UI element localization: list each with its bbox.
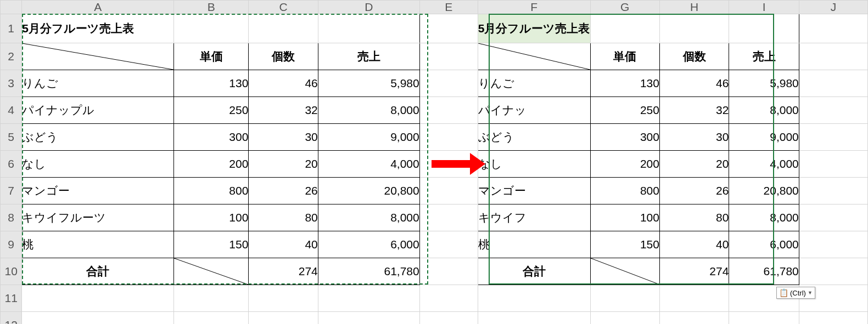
cell-D3[interactable]: 5,980 [318,70,419,97]
col-header-C[interactable]: C [249,1,318,14]
cell-J6[interactable] [799,151,867,178]
col-header-I[interactable]: I [729,1,799,14]
cell-D1[interactable] [318,14,419,43]
cell-H5[interactable]: 30 [659,124,729,151]
col-header-G[interactable]: G [590,1,659,14]
row-header-7[interactable]: 7 [1,178,22,204]
cell-B8[interactable]: 100 [174,204,249,231]
col-header-E[interactable]: E [419,1,478,14]
cell-G5[interactable]: 300 [590,124,659,151]
source-diag-header[interactable] [22,43,174,70]
col-header-A[interactable]: A [22,1,174,14]
cell-A11[interactable] [22,285,174,312]
cell-F9[interactable]: 桃 [478,231,590,258]
cell-F3[interactable]: りんご [478,70,590,97]
col-header-J[interactable]: J [799,1,867,14]
cell-G3[interactable]: 130 [590,70,659,97]
col-header-D[interactable]: D [318,1,419,14]
cell-H4[interactable]: 32 [659,97,729,124]
cell-E9[interactable] [419,231,478,258]
dest-total-diag[interactable] [590,258,659,285]
cell-H11[interactable] [659,285,729,312]
cell-H12[interactable] [659,312,729,325]
cell-J2[interactable] [799,43,867,70]
cell-H7[interactable]: 26 [659,178,729,204]
cell-J9[interactable] [799,231,867,258]
cell-D5[interactable]: 9,000 [318,124,419,151]
cell-A6[interactable]: なし [22,151,174,178]
cell-C2[interactable]: 個数 [249,43,318,70]
cell-C1[interactable] [249,14,318,43]
cell-E5[interactable] [419,124,478,151]
cell-D2[interactable]: 売上 [318,43,419,70]
cell-D10[interactable]: 61,780 [318,258,419,285]
cell-A12[interactable] [22,312,174,325]
cell-A5[interactable]: ぶどう [22,124,174,151]
cell-I5[interactable]: 9,000 [729,124,799,151]
cell-I4[interactable]: 8,000 [729,97,799,124]
col-header-F[interactable]: F [478,1,590,14]
cell-A3[interactable]: りんご [22,70,174,97]
row-header-1[interactable]: 1 [1,14,22,43]
cell-F11[interactable] [478,285,590,312]
cell-G9[interactable]: 150 [590,231,659,258]
cell-D6[interactable]: 4,000 [318,151,419,178]
cell-I8[interactable]: 8,000 [729,204,799,231]
cell-E10[interactable] [419,258,478,285]
cell-C4[interactable]: 32 [249,97,318,124]
row-header-3[interactable]: 3 [1,70,22,97]
row-header-5[interactable]: 5 [1,124,22,151]
cell-D11[interactable] [318,285,419,312]
cell-B1[interactable] [174,14,249,43]
cell-I7[interactable]: 20,800 [729,178,799,204]
cell-I10[interactable]: 61,780 [729,258,799,285]
cell-C10[interactable]: 274 [249,258,318,285]
col-header-H[interactable]: H [659,1,729,14]
row-header-12[interactable]: 12 [1,312,22,325]
cell-H1[interactable] [659,14,729,43]
cell-B11[interactable] [174,285,249,312]
cell-A10[interactable]: 合計 [22,258,174,285]
row-header-2[interactable]: 2 [1,43,22,70]
cell-B7[interactable]: 800 [174,178,249,204]
cell-I2[interactable]: 売上 [729,43,799,70]
dest-diag-header[interactable] [478,43,590,70]
row-header-8[interactable]: 8 [1,204,22,231]
cell-A4[interactable]: パイナップル [22,97,174,124]
cell-J1[interactable] [799,14,867,43]
cell-A7[interactable]: マンゴー [22,178,174,204]
cell-J5[interactable] [799,124,867,151]
cell-H3[interactable]: 46 [659,70,729,97]
cell-D7[interactable]: 20,800 [318,178,419,204]
cell-I9[interactable]: 6,000 [729,231,799,258]
cell-J10[interactable] [799,258,867,285]
row-header-9[interactable]: 9 [1,231,22,258]
cell-G1[interactable] [590,14,659,43]
cell-H10[interactable]: 274 [659,258,729,285]
cell-C5[interactable]: 30 [249,124,318,151]
cell-B5[interactable]: 300 [174,124,249,151]
cell-G6[interactable]: 200 [590,151,659,178]
cell-F12[interactable] [478,312,590,325]
cell-C8[interactable]: 80 [249,204,318,231]
cell-E8[interactable] [419,204,478,231]
cell-G12[interactable] [590,312,659,325]
cell-F10[interactable]: 合計 [478,258,590,285]
cell-A1[interactable]: 5月分フルーツ売上表 [22,14,174,43]
row-header-4[interactable]: 4 [1,97,22,124]
cell-I6[interactable]: 4,000 [729,151,799,178]
cell-C7[interactable]: 26 [249,178,318,204]
cell-E7[interactable] [419,178,478,204]
paste-options-button[interactable]: 📋 (Ctrl) ▼ [776,287,815,299]
cell-F8[interactable]: キウイフ [478,204,590,231]
cell-B9[interactable]: 150 [174,231,249,258]
cell-J12[interactable] [799,312,867,325]
cell-H2[interactable]: 個数 [659,43,729,70]
cell-G4[interactable]: 250 [590,97,659,124]
cell-E11[interactable] [419,285,478,312]
source-total-diag[interactable] [174,258,249,285]
cell-J3[interactable] [799,70,867,97]
cell-I12[interactable] [729,312,799,325]
row-header-10[interactable]: 10 [1,258,22,285]
cell-D4[interactable]: 8,000 [318,97,419,124]
